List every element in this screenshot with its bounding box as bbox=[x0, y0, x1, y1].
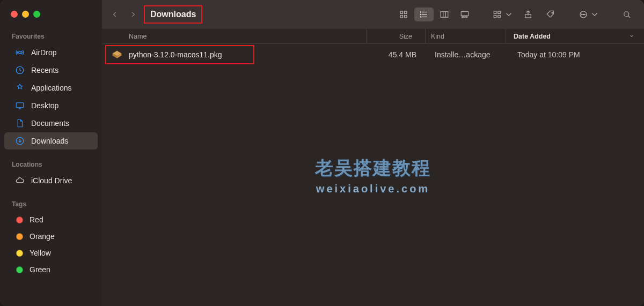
annotation-highlight bbox=[105, 45, 254, 64]
svg-point-31 bbox=[624, 12, 629, 17]
watermark-line2: weixiaolive.com bbox=[315, 182, 431, 195]
group-by-button[interactable] bbox=[491, 8, 515, 21]
svg-point-30 bbox=[584, 14, 585, 15]
download-icon bbox=[15, 136, 25, 146]
tag-dot-icon bbox=[16, 266, 23, 273]
maximize-window-button[interactable] bbox=[33, 11, 40, 18]
view-list-button[interactable] bbox=[414, 8, 434, 21]
view-mode-group bbox=[394, 8, 474, 21]
sidebar-item-label: Documents bbox=[31, 119, 69, 128]
sidebar-item-label: iCloud Drive bbox=[31, 176, 72, 185]
file-list[interactable]: python-3.12.0-macos11.pkg 45.4 MB Instal… bbox=[102, 44, 644, 306]
svg-rect-4 bbox=[400, 11, 403, 14]
sidebar-item-label: Green bbox=[30, 265, 50, 274]
watermark: 老吴搭建教程 weixiaolive.com bbox=[315, 155, 431, 195]
svg-rect-6 bbox=[400, 16, 403, 18]
tag-dot-icon bbox=[16, 217, 23, 223]
sidebar-item-airdrop[interactable]: AirDrop bbox=[4, 44, 98, 61]
svg-point-28 bbox=[581, 14, 582, 15]
svg-line-32 bbox=[628, 16, 630, 18]
svg-rect-17 bbox=[461, 12, 469, 16]
svg-rect-24 bbox=[497, 16, 500, 18]
svg-point-29 bbox=[583, 14, 584, 15]
svg-rect-18 bbox=[462, 17, 463, 18]
file-date: Today at 10:09 PM bbox=[510, 44, 644, 65]
column-header-date[interactable]: Date Added bbox=[506, 29, 640, 43]
svg-rect-22 bbox=[494, 16, 496, 18]
clock-icon bbox=[15, 65, 25, 75]
svg-rect-5 bbox=[405, 11, 407, 14]
svg-rect-19 bbox=[464, 17, 465, 18]
sidebar-heading-locations: Locations bbox=[0, 158, 102, 171]
svg-rect-7 bbox=[405, 16, 407, 18]
svg-rect-20 bbox=[466, 17, 467, 18]
column-header-name[interactable]: Name bbox=[102, 33, 366, 40]
svg-point-26 bbox=[552, 12, 553, 13]
column-header-size[interactable]: Size bbox=[366, 29, 425, 43]
cloud-icon bbox=[15, 176, 25, 185]
window-title: Downloads bbox=[144, 5, 202, 24]
desktop-icon bbox=[15, 101, 25, 110]
sidebar-item-icloud[interactable]: iCloud Drive bbox=[4, 172, 98, 189]
search-button[interactable] bbox=[617, 8, 636, 21]
sidebar-item-recents[interactable]: Recents bbox=[4, 62, 98, 79]
sort-caret-icon bbox=[629, 33, 634, 40]
sidebar-item-downloads[interactable]: Downloads bbox=[4, 132, 98, 150]
airdrop-icon bbox=[15, 48, 25, 57]
back-button[interactable] bbox=[107, 7, 122, 22]
watermark-line1: 老吴搭建教程 bbox=[315, 155, 431, 180]
tag-dot-icon bbox=[16, 250, 23, 257]
column-header-kind[interactable]: Kind bbox=[425, 29, 506, 43]
sidebar: Favourites AirDrop Recents Applications … bbox=[0, 0, 102, 306]
column-header-label: Date Added bbox=[514, 33, 551, 40]
sidebar-tag-yellow[interactable]: Yellow bbox=[4, 245, 98, 261]
minimize-window-button[interactable] bbox=[22, 11, 29, 18]
view-icons-button[interactable] bbox=[394, 8, 413, 21]
sidebar-item-label: Downloads bbox=[31, 137, 68, 145]
sidebar-tag-green[interactable]: Green bbox=[4, 262, 98, 278]
svg-point-0 bbox=[19, 51, 21, 54]
file-kind: Installe…ackage bbox=[429, 44, 510, 65]
sidebar-item-label: Orange bbox=[30, 232, 55, 241]
tags-button[interactable] bbox=[541, 8, 560, 21]
applications-icon bbox=[15, 83, 25, 93]
file-size: 45.4 MB bbox=[370, 44, 429, 65]
view-gallery-button[interactable] bbox=[455, 8, 474, 21]
svg-rect-14 bbox=[441, 12, 448, 18]
sidebar-item-applications[interactable]: Applications bbox=[4, 79, 98, 96]
close-window-button[interactable] bbox=[11, 11, 18, 18]
sidebar-item-label: Applications bbox=[31, 84, 72, 92]
column-headers: Name Size Kind Date Added bbox=[102, 29, 644, 44]
sidebar-item-desktop[interactable]: Desktop bbox=[4, 97, 98, 114]
sidebar-item-label: Desktop bbox=[31, 101, 58, 110]
svg-rect-2 bbox=[16, 103, 24, 108]
tag-dot-icon bbox=[16, 233, 23, 240]
sidebar-item-label: AirDrop bbox=[31, 48, 56, 57]
action-menu-button[interactable] bbox=[576, 8, 601, 21]
sidebar-item-label: Yellow bbox=[30, 249, 51, 257]
finder-window: Favourites AirDrop Recents Applications … bbox=[0, 0, 644, 306]
main-pane: Downloads Name Size Kind Date Added bbox=[102, 0, 644, 306]
document-icon bbox=[15, 118, 25, 128]
svg-rect-23 bbox=[497, 11, 500, 14]
sidebar-item-documents[interactable]: Documents bbox=[4, 115, 98, 132]
sidebar-item-label: Recents bbox=[31, 66, 58, 74]
view-columns-button[interactable] bbox=[435, 8, 454, 21]
sidebar-heading-tags: Tags bbox=[0, 197, 102, 211]
toolbar: Downloads bbox=[102, 0, 644, 29]
share-button[interactable] bbox=[518, 8, 538, 21]
sidebar-tag-orange[interactable]: Orange bbox=[4, 228, 98, 244]
sidebar-heading-favourites: Favourites bbox=[0, 29, 102, 43]
svg-point-12 bbox=[420, 14, 421, 15]
sidebar-tag-red[interactable]: Red bbox=[4, 212, 98, 228]
sidebar-item-label: Red bbox=[30, 215, 43, 224]
svg-point-11 bbox=[420, 12, 421, 13]
forward-button[interactable] bbox=[126, 7, 141, 22]
svg-point-13 bbox=[420, 17, 421, 18]
window-controls bbox=[0, 9, 102, 29]
svg-rect-21 bbox=[494, 11, 496, 14]
